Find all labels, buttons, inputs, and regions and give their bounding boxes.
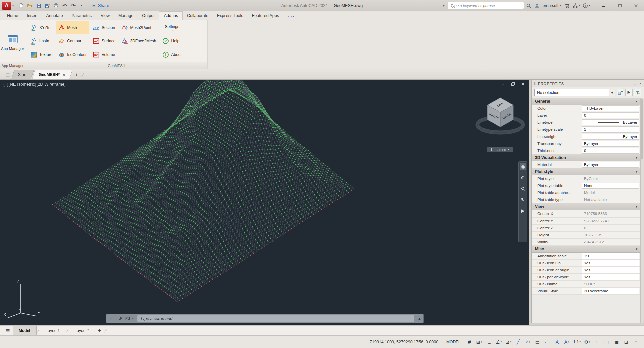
save-as-button[interactable] — [43, 2, 51, 10]
doc-restore-button[interactable] — [511, 82, 515, 86]
viewport-menu-control[interactable]: − — [3, 82, 8, 87]
property-value[interactable]: Yes — [581, 260, 640, 266]
minimize-button[interactable] — [596, 0, 612, 11]
settings-button[interactable]: Settings▾ — [160, 21, 184, 34]
layout-tab-layout2[interactable]: Layout2 — [69, 326, 95, 336]
ribbon-tab-view[interactable]: View — [96, 12, 114, 20]
property-value[interactable]: 0 — [581, 147, 640, 154]
ribbon-tab-collaborate[interactable]: Collaborate — [183, 12, 213, 20]
property-value[interactable]: 0 — [581, 225, 640, 231]
collapse-icon[interactable]: ▾ — [636, 170, 637, 173]
property-value[interactable]: *TOP* — [581, 281, 640, 287]
property-ucs-per-viewport[interactable]: UCS per viewportYes — [532, 274, 640, 281]
property-value[interactable]: None — [581, 182, 640, 189]
property-color[interactable]: ColorByLayer — [532, 105, 640, 112]
property-plot-table-attache[interactable]: Plot table attache...Model — [532, 189, 640, 196]
share-button[interactable]: Share — [91, 3, 109, 8]
panel-label-app-manager[interactable]: App Manager — [0, 62, 25, 69]
maximize-button[interactable] — [612, 0, 628, 11]
property-value[interactable]: Yes — [581, 267, 640, 273]
3dface2mesh-button[interactable]: 3DFace2Mesh — [119, 34, 158, 48]
save-button[interactable] — [35, 2, 43, 10]
autoscale-icon[interactable]: A▾ — [562, 338, 571, 346]
navigation-wheel-icon[interactable]: ◉ — [520, 163, 526, 170]
property-visual-style[interactable]: Visual Style2D Wireframe — [532, 288, 640, 295]
dynamic-input-icon[interactable]: ▭ — [543, 338, 552, 346]
view-control[interactable]: NE Isometric — [9, 82, 36, 87]
xyzin-button[interactable]: xyzXYZIn — [28, 21, 55, 34]
property-center-x[interactable]: Center X719759.5363 — [532, 210, 640, 217]
model-space-toggle[interactable]: MODEL — [442, 340, 465, 344]
property-layer[interactable]: Layer0 — [532, 112, 640, 119]
annotation-monitor-icon[interactable]: + — [592, 338, 601, 346]
ribbon-tab-featured-apps[interactable]: Featured Apps — [248, 12, 283, 20]
section-header-plot-style[interactable]: Plot style▾ — [532, 168, 640, 175]
app-manager-button[interactable]: App Manager — [0, 20, 25, 62]
mesh-button[interactable]: Mesh — [56, 21, 89, 34]
annotation-visibility-icon[interactable]: A — [553, 338, 562, 346]
property-plot-table-type[interactable]: Plot table typeNot available — [532, 196, 640, 203]
property-value[interactable]: -9474.3512 — [581, 239, 640, 245]
section-header-general[interactable]: General▾ — [532, 98, 640, 105]
select-objects-button[interactable] — [625, 89, 633, 96]
command-line[interactable]: × ▾ Type a command ▲ — [106, 314, 424, 323]
coordinates-display[interactable]: 719914.1009, 5279290.1756, 0.0000 — [366, 340, 442, 344]
new-file-button[interactable] — [17, 2, 25, 10]
qat-customize-button[interactable]: ▾ — [78, 2, 86, 10]
palette-grip[interactable]: ‖ — [534, 81, 536, 86]
about-button[interactable]: iAbout — [160, 48, 184, 61]
collapse-icon[interactable]: ▾ — [636, 100, 637, 103]
section-button[interactable]: Section — [90, 21, 118, 34]
drawing-area[interactable]: − NE Isometric 2D Wireframe TOP RIGHT BA… — [0, 80, 529, 325]
surface-button[interactable]: m²Surface — [90, 34, 118, 48]
property-value[interactable]: ByColor — [581, 175, 640, 182]
command-input[interactable]: Type a command — [137, 315, 414, 322]
plot-button[interactable] — [52, 2, 60, 10]
palette-autohide-icon[interactable]: ↔ — [633, 82, 637, 85]
property-value[interactable]: ByLayer — [581, 161, 640, 168]
search-input[interactable] — [448, 2, 524, 9]
panel-label-geomesh[interactable]: GeoMESH — [25, 62, 207, 69]
palette-close-icon[interactable]: × — [639, 82, 641, 85]
property-center-y[interactable]: Center Y5280223.7741 — [532, 217, 640, 225]
property-value[interactable]: 5280223.7741 — [581, 217, 640, 224]
ribbon-tab-parametric[interactable]: Parametric — [67, 12, 96, 20]
mesh2point-button[interactable]: Mesh2Point — [119, 21, 158, 34]
scrollbar-thumb[interactable] — [641, 99, 643, 159]
snap-mode-icon[interactable]: ⊞▾ — [475, 338, 484, 346]
file-tab-start[interactable]: Start — [13, 70, 33, 79]
new-layout-button[interactable]: + — [94, 326, 104, 336]
property-value[interactable]: 2D Wireframe — [581, 288, 640, 294]
quick-select-button[interactable] — [634, 89, 641, 96]
property-transparency[interactable]: TransparencyByLayer — [532, 140, 640, 147]
property-plot-style[interactable]: Plot styleByColor — [532, 175, 640, 182]
property-annotation-scale[interactable]: Annotation scale1:1 — [532, 253, 640, 260]
customize-icon[interactable] — [118, 316, 123, 321]
chevron-down-icon[interactable]: ▼ — [609, 89, 615, 96]
property-value[interactable]: ByLayer — [581, 105, 640, 112]
redo-button[interactable]: ↷▾ — [69, 2, 77, 10]
property-value[interactable]: Not available — [581, 196, 640, 203]
object-snap-tracking-icon[interactable]: ╱ — [514, 338, 523, 346]
clean-screen-icon[interactable]: ⊡ — [622, 338, 631, 346]
property-value[interactable]: ByLayer — [581, 133, 640, 140]
chevron-down-icon[interactable]: ▾ — [75, 4, 76, 7]
ribbon-display-toggle[interactable]: ▭ ▾ — [288, 14, 294, 18]
property-linetype-scale[interactable]: Linetype scale1 — [532, 126, 640, 133]
lineweight-icon[interactable]: ▤ — [533, 338, 542, 346]
connect-button[interactable]: ▾ — [573, 3, 580, 8]
property-value[interactable]: 1:1 — [581, 253, 640, 259]
close-tab-icon[interactable]: × — [63, 73, 65, 77]
property-value[interactable]: Yes — [581, 274, 640, 280]
ortho-mode-icon[interactable]: ∟ — [485, 338, 494, 346]
section-header-misc[interactable]: Misc▾ — [532, 246, 640, 253]
property-value[interactable]: ByLayer — [581, 140, 640, 147]
property-value[interactable]: 0 — [581, 112, 640, 119]
ribbon-tab-add-ins[interactable]: Add-ins — [159, 11, 183, 20]
pan-icon[interactable]: ⊕ — [520, 174, 526, 181]
collapse-icon[interactable]: ▾ — [636, 247, 637, 251]
isocontour-button[interactable]: IsoContour — [56, 48, 89, 61]
open-file-button[interactable] — [26, 2, 34, 10]
property-thickness[interactable]: Thickness0 — [532, 147, 640, 154]
terrain-mesh-canvas[interactable] — [0, 80, 529, 325]
